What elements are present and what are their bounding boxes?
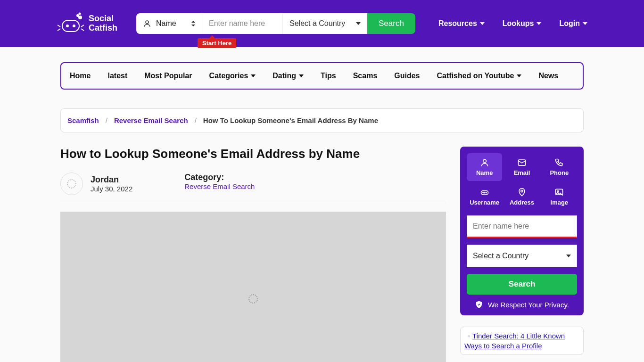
nav-lookups[interactable]: Lookups: [503, 19, 542, 28]
related-article-card[interactable]: ▫️Tinder Search: 4 Little Known Ways to …: [460, 327, 584, 355]
category-nav-item[interactable]: Scams: [353, 72, 378, 80]
breadcrumb-separator: /: [106, 116, 107, 124]
svg-point-4: [66, 25, 68, 27]
svg-point-16: [486, 192, 487, 193]
widget-tab-name[interactable]: Name: [467, 153, 502, 181]
svg-point-19: [557, 191, 559, 192]
breadcrumb-current: How To Lookup Someone's Email Address By…: [203, 116, 378, 124]
category-nav-item[interactable]: Catfished on Youtube: [437, 72, 522, 80]
category-nav-label: latest: [107, 72, 127, 80]
svg-line-7: [58, 29, 60, 31]
breadcrumb-separator: /: [195, 116, 197, 124]
nav-login[interactable]: Login: [559, 19, 587, 28]
category-nav-label: Tips: [321, 72, 336, 80]
widget-tab-email[interactable]: Email: [504, 153, 539, 181]
search-type-selector[interactable]: Name: [136, 13, 202, 34]
widget-tab-label: Address: [510, 199, 534, 206]
catfish-logo-icon: [57, 12, 85, 35]
category-nav-item[interactable]: Tips: [321, 72, 336, 80]
caret-down-icon: [537, 22, 541, 25]
page-title: How to Lookup Someone's Email Address by…: [60, 147, 446, 161]
category-heading: Category:: [184, 173, 255, 182]
logo-text: Social Catfish: [89, 14, 117, 33]
svg-line-9: [81, 29, 84, 31]
shield-icon: [475, 300, 483, 309]
phone-icon: [554, 158, 564, 167]
caret-down-icon: [583, 22, 587, 25]
privacy-text: We Respect Your Privacy.: [488, 301, 569, 309]
caret-down-icon: [251, 74, 256, 77]
avatar: [60, 173, 83, 195]
category-link[interactable]: Reverse Email Search: [184, 182, 255, 190]
logo[interactable]: Social Catfish: [57, 12, 117, 35]
author-name[interactable]: Jordan: [91, 175, 132, 185]
breadcrumb-link-reverse-email[interactable]: Reverse Email Search: [114, 116, 188, 124]
search-widget: NameEmailPhoneUsernameAddressImage Selec…: [460, 147, 584, 315]
search-type-label: Name: [156, 19, 187, 28]
category-nav-item[interactable]: Most Popular: [144, 72, 192, 80]
widget-tab-label: Email: [514, 169, 530, 176]
category-nav-item[interactable]: Categories: [209, 72, 256, 80]
widget-country-label: Select a Country: [473, 252, 528, 260]
widget-tab-phone[interactable]: Phone: [542, 153, 577, 181]
widget-search-input[interactable]: [467, 215, 577, 238]
author-block: Jordan July 30, 2022: [60, 173, 132, 195]
nav-label: Login: [559, 19, 580, 28]
sort-icon: [191, 21, 195, 26]
svg-line-8: [81, 25, 84, 27]
category-nav-item[interactable]: Guides: [394, 72, 420, 80]
person-icon: [143, 19, 151, 28]
category-nav-item[interactable]: Home: [70, 72, 91, 80]
related-article-link[interactable]: Tinder Search: 4 Little Known Ways to Se…: [464, 332, 565, 350]
country-select[interactable]: Select a Country: [282, 13, 367, 34]
nav-resources[interactable]: Resources: [438, 19, 485, 28]
category-nav-label: Scams: [353, 72, 378, 80]
svg-point-2: [79, 13, 81, 15]
nav-label: Resources: [438, 19, 477, 28]
category-nav-label: Dating: [272, 72, 296, 80]
header-search-button[interactable]: Search: [367, 13, 415, 34]
breadcrumb-link-scamfish[interactable]: Scamfish: [67, 116, 99, 124]
svg-point-0: [77, 15, 79, 16]
svg-point-14: [482, 192, 483, 193]
widget-tabs: NameEmailPhoneUsernameAddressImage: [467, 153, 577, 211]
category-nav-item[interactable]: News: [538, 72, 558, 80]
category-nav-label: News: [538, 72, 558, 80]
country-select-label: Select a Country: [289, 19, 345, 28]
svg-point-5: [73, 25, 75, 27]
address-icon: [517, 188, 527, 197]
category-nav-label: Home: [70, 72, 91, 80]
breadcrumb: Scamfish / Reverse Email Search / How To…: [60, 108, 584, 132]
caret-down-icon: [299, 74, 304, 77]
sidebar: NameEmailPhoneUsernameAddressImage Selec…: [460, 147, 584, 355]
nav-label: Lookups: [503, 19, 534, 28]
widget-tab-label: Username: [470, 199, 499, 206]
caret-down-icon: [480, 22, 485, 25]
header-search-input[interactable]: [202, 13, 282, 34]
svg-point-17: [521, 190, 523, 192]
widget-tab-image[interactable]: Image: [542, 183, 577, 211]
widget-tab-address[interactable]: Address: [504, 183, 539, 211]
category-nav-item[interactable]: latest: [107, 72, 127, 80]
widget-tab-label: Name: [476, 169, 493, 176]
widget-tab-username[interactable]: Username: [467, 183, 502, 211]
header-search-bar: Name Select a Country Search Start Here: [136, 13, 415, 34]
category-nav-label: Most Popular: [144, 72, 192, 80]
svg-point-10: [146, 21, 149, 24]
article: How to Lookup Someone's Email Address by…: [60, 147, 446, 362]
caret-down-icon: [517, 74, 521, 77]
name-icon: [480, 158, 489, 167]
category-nav-item[interactable]: Dating: [272, 72, 304, 80]
broken-image-icon: ▫️: [464, 332, 472, 340]
article-meta: Jordan July 30, 2022 Category: Reverse E…: [60, 173, 446, 203]
svg-point-11: [483, 159, 486, 163]
widget-country-select[interactable]: Select a Country: [467, 245, 577, 267]
category-nav-label: Catfished on Youtube: [437, 72, 514, 80]
svg-line-6: [58, 25, 60, 27]
username-icon: [480, 188, 489, 197]
header-nav: Resources Lookups Login: [438, 19, 587, 28]
widget-search-button[interactable]: Search: [467, 274, 577, 295]
privacy-notice: We Respect Your Privacy.: [467, 300, 577, 309]
caret-down-icon: [566, 255, 571, 257]
article-date: July 30, 2022: [91, 185, 132, 193]
